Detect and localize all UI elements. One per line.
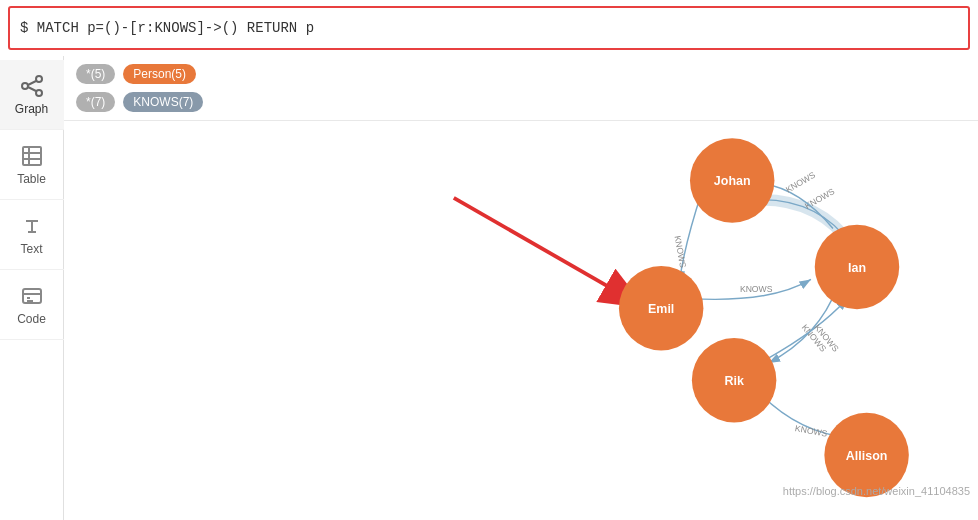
edge-label-rik-allison: KNOWS — [794, 423, 828, 439]
svg-point-2 — [36, 90, 42, 96]
filter-row-1: *(5) Person(5) — [76, 64, 966, 84]
graph-svg: KNOWS KNOWS KNOWS KNOWS KNOWS KNOWS KN — [64, 121, 978, 505]
edge-label-johan-ian: KNOWS — [803, 186, 836, 211]
graph-icon — [20, 74, 44, 98]
query-bar: $ MATCH p=()-[r:KNOWS]->() RETURN p — [8, 6, 970, 50]
node-johan-label: Johan — [714, 174, 751, 188]
all-rels-badge[interactable]: *(7) — [76, 92, 115, 112]
node-emil-label: Emil — [648, 302, 674, 316]
sidebar-item-table[interactable]: Table — [0, 130, 64, 200]
svg-point-1 — [36, 76, 42, 82]
person-nodes-badge[interactable]: Person(5) — [123, 64, 196, 84]
svg-line-3 — [28, 81, 36, 85]
edge-label-ian-johan: KNOWS — [784, 170, 817, 195]
query-text: $ MATCH p=()-[r:KNOWS]->() RETURN p — [20, 20, 314, 36]
node-ian-label: Ian — [848, 261, 866, 275]
edge-label-emil-ian: KNOWS — [740, 284, 773, 294]
filter-bar: *(5) Person(5) *(7) KNOWS(7) — [64, 56, 978, 121]
main-area: Graph Table Text — [0, 56, 978, 520]
knows-rels-badge[interactable]: KNOWS(7) — [123, 92, 203, 112]
sidebar: Graph Table Text — [0, 56, 64, 520]
all-nodes-badge[interactable]: *(5) — [76, 64, 115, 84]
edge-label-johan-emil: KNOWS — [673, 235, 689, 269]
watermark: https://blog.csdn.net/weixin_41104835 — [783, 485, 970, 497]
text-label: Text — [20, 242, 42, 256]
table-icon — [20, 144, 44, 168]
code-label: Code — [17, 312, 46, 326]
text-icon — [20, 214, 44, 238]
svg-rect-5 — [23, 147, 41, 165]
svg-point-0 — [22, 83, 28, 89]
sidebar-item-text[interactable]: Text — [0, 200, 64, 270]
filter-row-2: *(7) KNOWS(7) — [76, 92, 966, 112]
sidebar-item-graph[interactable]: Graph — [0, 60, 64, 130]
graph-area: KNOWS KNOWS KNOWS KNOWS KNOWS KNOWS KN — [64, 121, 978, 505]
sidebar-item-code[interactable]: Code — [0, 270, 64, 340]
content-area: *(5) Person(5) *(7) KNOWS(7) — [64, 56, 978, 520]
node-allison-label: Allison — [846, 449, 888, 463]
code-icon — [20, 284, 44, 308]
annotation-arrow — [454, 198, 646, 308]
node-rik-label: Rik — [724, 374, 743, 388]
graph-label: Graph — [15, 102, 48, 116]
table-label: Table — [17, 172, 46, 186]
svg-line-4 — [28, 87, 36, 91]
